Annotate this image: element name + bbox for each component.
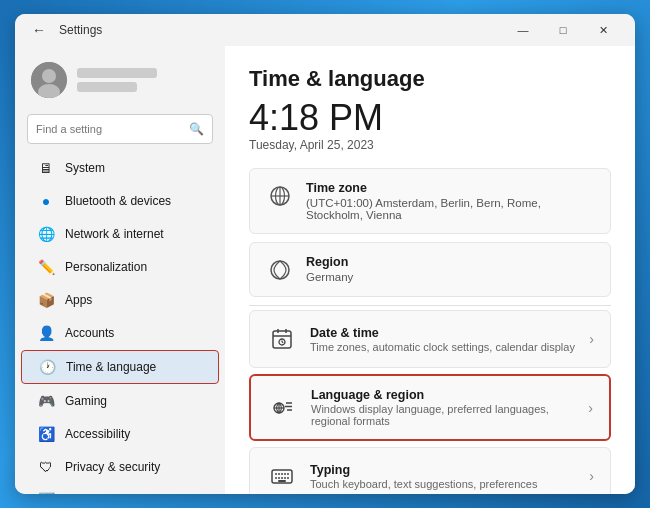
date-time-text: Date & time Time zones, automatic clock …	[310, 326, 577, 353]
region-label: Region	[306, 255, 594, 269]
date-time-desc: Time zones, automatic clock settings, ca…	[310, 341, 577, 353]
current-time: 4:18 PM	[249, 100, 611, 136]
language-region-chevron: ›	[588, 400, 593, 416]
sidebar-item-network-label: Network & internet	[65, 227, 164, 241]
sidebar-item-accounts-label: Accounts	[65, 326, 114, 340]
sidebar-item-bluetooth[interactable]: ● Bluetooth & devices	[21, 185, 219, 217]
search-icon: 🔍	[189, 122, 204, 136]
sidebar-item-personalization-label: Personalization	[65, 260, 147, 274]
page-title: Time & language	[249, 66, 611, 92]
maximize-button[interactable]: □	[543, 16, 583, 44]
window-controls: — □ ✕	[503, 16, 623, 44]
current-date: Tuesday, April 25, 2023	[249, 138, 611, 152]
language-region-label: Language & region	[311, 388, 576, 402]
avatar-icon	[31, 62, 67, 98]
title-bar-left: ← Settings	[27, 18, 495, 42]
minimize-button[interactable]: —	[503, 16, 543, 44]
sidebar-item-gaming[interactable]: 🎮 Gaming	[21, 385, 219, 417]
user-section	[15, 54, 225, 110]
sidebar-item-apps-label: Apps	[65, 293, 92, 307]
sidebar-item-accessibility-label: Accessibility	[65, 427, 130, 441]
apps-icon: 📦	[37, 291, 55, 309]
region-card: Region Germany	[249, 242, 611, 297]
user-name-placeholder	[77, 68, 157, 92]
date-time-label: Date & time	[310, 326, 577, 340]
sidebar-item-windows-update-label: Windows Update	[65, 493, 156, 494]
settings-window: ← Settings — □ ✕	[15, 14, 635, 494]
windows-update-icon: 🔄	[37, 491, 55, 494]
main-content: Time & language 4:18 PM Tuesday, April 2…	[225, 46, 635, 494]
region-icon	[266, 256, 294, 284]
typing-text: Typing Touch keyboard, text suggestions,…	[310, 463, 577, 490]
region-info: Region Germany	[306, 255, 594, 283]
close-button[interactable]: ✕	[583, 16, 623, 44]
sidebar-item-apps[interactable]: 📦 Apps	[21, 284, 219, 316]
window-content: 🔍 🖥 System ● Bluetooth & devices 🌐 Netwo…	[15, 46, 635, 494]
sidebar-item-personalization[interactable]: ✏️ Personalization	[21, 251, 219, 283]
timezone-label: Time zone	[306, 181, 594, 195]
language-region-text: Language & region Windows display langua…	[311, 388, 576, 427]
svg-point-1	[42, 69, 56, 83]
date-time-chevron: ›	[589, 331, 594, 347]
gaming-icon: 🎮	[37, 392, 55, 410]
sidebar-item-bluetooth-label: Bluetooth & devices	[65, 194, 171, 208]
sidebar-item-gaming-label: Gaming	[65, 394, 107, 408]
search-box[interactable]: 🔍	[27, 114, 213, 144]
back-button[interactable]: ←	[27, 18, 51, 42]
timezone-card: Time zone (UTC+01:00) Amsterdam, Berlin,…	[249, 168, 611, 234]
timezone-info: Time zone (UTC+01:00) Amsterdam, Berlin,…	[306, 181, 594, 221]
region-value: Germany	[306, 271, 594, 283]
menu-card-typing[interactable]: Typing Touch keyboard, text suggestions,…	[249, 447, 611, 494]
sidebar-item-accessibility[interactable]: ♿ Accessibility	[21, 418, 219, 450]
window-title: Settings	[59, 23, 102, 37]
title-bar: ← Settings — □ ✕	[15, 14, 635, 46]
typing-desc: Touch keyboard, text suggestions, prefer…	[310, 478, 577, 490]
personalization-icon: ✏️	[37, 258, 55, 276]
timezone-value: (UTC+01:00) Amsterdam, Berlin, Bern, Rom…	[306, 197, 594, 221]
menu-card-language-region[interactable]: Language & region Windows display langua…	[249, 374, 611, 441]
sidebar-item-accounts[interactable]: 👤 Accounts	[21, 317, 219, 349]
sidebar-item-privacy[interactable]: 🛡 Privacy & security	[21, 451, 219, 483]
sidebar-item-time-language-label: Time & language	[66, 360, 156, 374]
time-language-icon: 🕐	[38, 358, 56, 376]
typing-chevron: ›	[589, 468, 594, 484]
privacy-icon: 🛡	[37, 458, 55, 476]
avatar	[31, 62, 67, 98]
divider-1	[249, 305, 611, 306]
network-icon: 🌐	[37, 225, 55, 243]
date-time-icon	[266, 323, 298, 355]
sidebar-item-system[interactable]: 🖥 System	[21, 152, 219, 184]
typing-label: Typing	[310, 463, 577, 477]
accounts-icon: 👤	[37, 324, 55, 342]
sidebar-item-privacy-label: Privacy & security	[65, 460, 160, 474]
accessibility-icon: ♿	[37, 425, 55, 443]
sidebar-item-system-label: System	[65, 161, 105, 175]
language-region-icon	[267, 392, 299, 424]
search-input[interactable]	[36, 123, 183, 135]
typing-icon	[266, 460, 298, 492]
sidebar: 🔍 🖥 System ● Bluetooth & devices 🌐 Netwo…	[15, 46, 225, 494]
language-region-desc: Windows display language, preferred lang…	[311, 403, 576, 427]
timezone-icon	[266, 182, 294, 210]
sidebar-item-windows-update[interactable]: 🔄 Windows Update	[21, 484, 219, 494]
system-icon: 🖥	[37, 159, 55, 177]
sidebar-item-time-language[interactable]: 🕐 Time & language	[21, 350, 219, 384]
sidebar-item-network[interactable]: 🌐 Network & internet	[21, 218, 219, 250]
bluetooth-icon: ●	[37, 192, 55, 210]
menu-card-date-time[interactable]: Date & time Time zones, automatic clock …	[249, 310, 611, 368]
svg-line-14	[282, 342, 283, 343]
